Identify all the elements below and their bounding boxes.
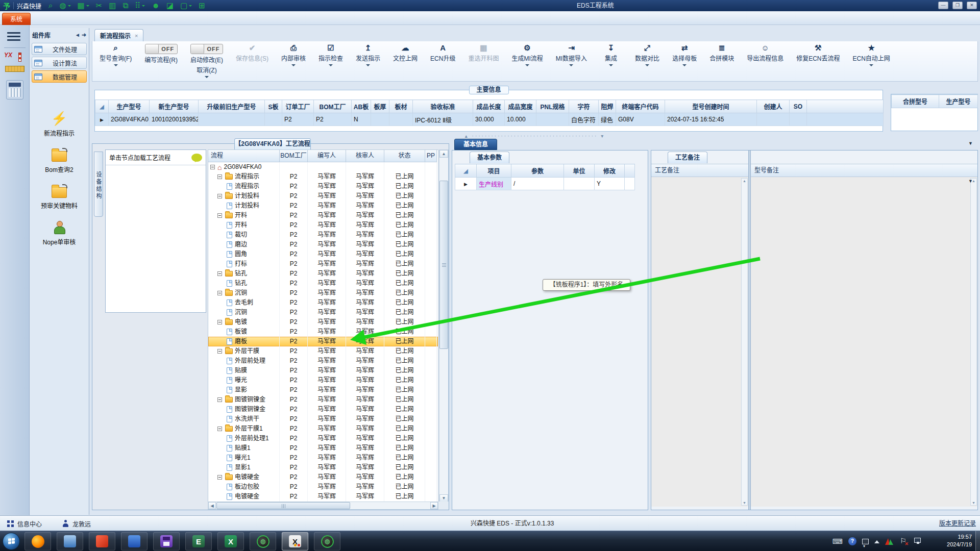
chevron-down-icon[interactable]	[329, 64, 333, 68]
tree-row[interactable]: 板边包胶P2马军辉马军辉已上网	[208, 482, 438, 492]
user-icon[interactable]: ☻	[152, 0, 160, 11]
scroll-left-icon[interactable]: ◀	[208, 502, 216, 509]
show-hidden-icons[interactable]	[874, 538, 879, 543]
column-header[interactable]	[455, 164, 477, 178]
sidebar-item-设计算法[interactable]: 设计算法	[32, 57, 87, 69]
tree-row[interactable]: 裁切P2马军辉马军辉已上网	[208, 230, 438, 240]
horizontal-splitter[interactable]: ▴ ······································…	[92, 133, 978, 139]
column-header[interactable]: BOM工厂	[314, 100, 352, 113]
chart-icon[interactable]: ◪	[166, 0, 174, 11]
collapse-icon[interactable]	[210, 165, 215, 169]
start-button[interactable]	[3, 533, 20, 550]
tree-column-header[interactable]: 编写人	[308, 150, 346, 162]
tree-row[interactable]: 图镀铜镍金P2马军辉马军辉已上网	[208, 395, 438, 405]
toolbar-button-ECN自动上网[interactable]: ★ECN自动上网	[853, 44, 890, 68]
tree-row[interactable]: 沉铜P2马军辉马军辉已上网	[208, 288, 438, 298]
tree-row[interactable]: 圆角P2马军辉马军辉已上网	[208, 249, 438, 259]
toolbar-button-发送指示[interactable]: ↥发送指示	[356, 44, 380, 68]
tree-row[interactable]: 水洗烘干P2马军辉马军辉已上网	[208, 414, 438, 424]
column-header[interactable]: 合拼型号	[892, 95, 939, 108]
tree-column-header[interactable]: PP	[425, 150, 437, 162]
collapse-icon[interactable]	[217, 213, 222, 218]
tree-row[interactable]: 钻孔P2马军辉马军辉已上网	[208, 279, 438, 288]
scroll-down-icon[interactable]: ▼	[439, 494, 448, 502]
table-icon[interactable]: ▦	[78, 0, 89, 11]
tree-row[interactable]: 计划投料P2马军辉马军辉已上网	[208, 201, 438, 211]
toolbar-button-启动修改(E)[interactable]: OFF启动修改(E)取消(Z)	[190, 44, 223, 80]
tree-row[interactable]: 外层干膜P2马军辉马军辉已上网	[208, 346, 438, 356]
column-header[interactable]: 验收标准	[413, 100, 473, 113]
toolbar-button-集成[interactable]: ↧集成	[600, 44, 622, 68]
collapse-icon[interactable]	[217, 291, 222, 295]
column-header[interactable]: SO	[790, 100, 807, 113]
tree-row[interactable]: 贴膜1P2马军辉马军辉已上网	[208, 443, 438, 453]
column-header[interactable]	[807, 100, 884, 113]
taskbar-icon-excel[interactable]: X	[217, 532, 244, 550]
taskbar-icon-eds-green[interactable]: E	[185, 532, 212, 550]
toggle-switch[interactable]: OFF	[190, 44, 223, 54]
chevron-down-icon[interactable]: ▼	[968, 141, 973, 146]
help-tray-icon[interactable]: ?	[848, 537, 856, 545]
chevron-left-icon[interactable]: ◂	[76, 32, 79, 38]
taskbar-icon-eds-x[interactable]: X	[282, 532, 308, 550]
chevron-down-icon[interactable]	[291, 64, 296, 68]
tree-row[interactable]: 板镀P2马军辉马军辉已上网	[208, 327, 438, 337]
tool-Bom查询2[interactable]: Bom查询2	[45, 148, 73, 173]
tree-row[interactable]: 沉铜P2马军辉马军辉已上网	[208, 308, 438, 317]
taskbar-icon-app-blue[interactable]	[121, 532, 148, 550]
tree-row[interactable]: 贴膜P2马军辉马军辉已上网	[208, 366, 438, 375]
film-icon[interactable]: ▥	[109, 0, 116, 11]
tab-basic-info[interactable]: 基本信息	[454, 139, 497, 150]
column-header[interactable]: 单位	[564, 164, 595, 178]
scrollbar[interactable]	[741, 178, 748, 506]
monitor-icon[interactable]: ▢	[180, 0, 192, 11]
toolbar-button-编写流程(R)[interactable]: OFF编写流程(R)	[144, 44, 178, 64]
column-header[interactable]: 生产型号	[939, 95, 978, 108]
tab-close-icon[interactable]: ×	[135, 33, 138, 39]
tree-row[interactable]: 图镀铜镍金P2马军辉马军辉已上网	[208, 405, 438, 414]
chevron-down-icon[interactable]	[569, 64, 573, 68]
tree-row[interactable]: 外层干膜1P2马军辉马军辉已上网	[208, 424, 438, 434]
scrollbar[interactable]	[970, 178, 977, 506]
taskbar-clock[interactable]: 19:57 2024/7/19	[947, 533, 972, 548]
system-menu-tab[interactable]: 系统	[2, 13, 31, 25]
toolbar-button-MI数据导入[interactable]: ⇥MI数据导入	[556, 44, 587, 68]
column-header[interactable]: 修改	[595, 164, 625, 178]
taskbar-icon-browser-globe[interactable]: ◍	[250, 532, 276, 550]
tree-row[interactable]: 电镀硬金P2马军辉马军辉已上网	[208, 472, 438, 482]
tree-column-header[interactable]: 流程	[208, 150, 280, 162]
action-center-flag-icon[interactable]	[900, 538, 907, 545]
maximize-button[interactable]: ❐	[952, 2, 963, 9]
taskbar-icon-browser-globe-2[interactable]: ◍	[314, 532, 340, 550]
tree-row[interactable]: 磨边P2马军辉马军辉已上网	[208, 240, 438, 249]
sidebar-item-数据管理[interactable]: 数据管理	[32, 70, 87, 83]
dock-arrow-icon[interactable]: ➜	[82, 32, 86, 38]
scissors-icon[interactable]: ✂	[96, 0, 103, 11]
windows-icon[interactable]: ⊞	[199, 0, 205, 11]
tree-row[interactable]: 开料P2马军辉马军辉已上网	[208, 220, 438, 230]
column-header[interactable]: 项目	[477, 164, 511, 178]
collapse-icon[interactable]	[217, 475, 222, 480]
collapse-icon[interactable]	[217, 349, 222, 354]
tree-row[interactable]: 曝光1P2马军辉马军辉已上网	[208, 453, 438, 463]
toolbar-button-文控上网[interactable]: ☁文控上网	[393, 44, 418, 62]
taskbar-icon-save-purple[interactable]	[153, 532, 180, 550]
scroll-up-icon[interactable]: ▲	[439, 150, 448, 158]
collapse-icon[interactable]	[217, 427, 222, 431]
sidebar-item-文件处理[interactable]: 文件处理	[32, 43, 87, 55]
tool-新流程指示[interactable]: ⚡新流程指示	[44, 111, 75, 137]
network-tray-icon[interactable]	[913, 538, 921, 545]
chevron-down-icon[interactable]: ▼	[968, 179, 973, 184]
collapse-icon[interactable]	[217, 320, 222, 324]
chevron-down-icon[interactable]	[609, 64, 613, 68]
toolbar-button-型号查询(F)[interactable]: ⌕型号查询(F)	[100, 44, 132, 68]
hamburger-menu-icon[interactable]	[7, 32, 20, 41]
tab-new-process-instruction[interactable]: 新流程指示 ×	[94, 29, 143, 41]
tree-horizontal-scrollbar[interactable]: ◀ ▶	[208, 502, 438, 510]
column-header[interactable]: 参数	[511, 164, 564, 178]
tree-row[interactable]: 打标P2马军辉马军辉已上网	[208, 259, 438, 269]
column-header[interactable]: 板材	[389, 100, 413, 113]
collapse-icon[interactable]	[217, 174, 222, 179]
column-header[interactable]: AB板	[352, 100, 371, 113]
column-header[interactable]: 板厚	[371, 100, 389, 113]
